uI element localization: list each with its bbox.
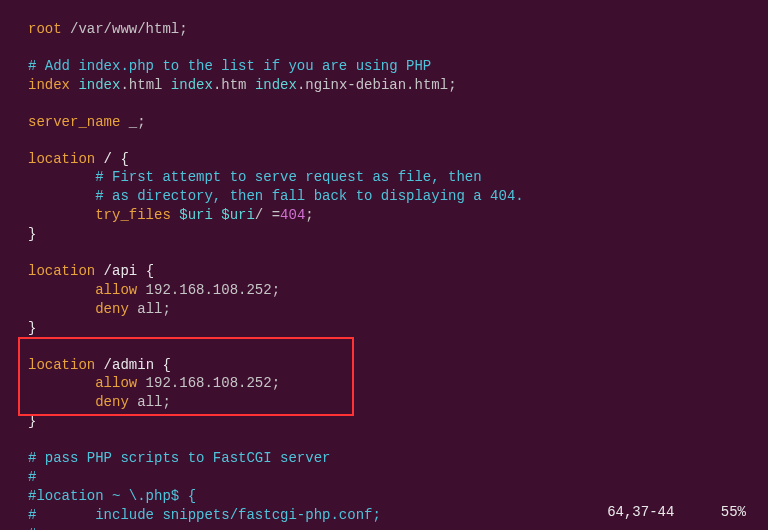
code-line: location /api { [28, 262, 768, 281]
code-line: # [28, 468, 768, 487]
code-line: allow 192.168.108.252; [28, 374, 768, 393]
code-line [28, 95, 768, 113]
vim-status-bar: 64,37-44 55% [569, 503, 746, 522]
code-line: # [28, 525, 768, 530]
code-line: } [28, 319, 768, 338]
code-line: } [28, 225, 768, 244]
code-line: deny all; [28, 300, 768, 319]
code-line: # Add index.php to the list if you are u… [28, 57, 768, 76]
scroll-percent: 55% [721, 504, 746, 520]
code-line: try_files $uri $uri/ =404; [28, 206, 768, 225]
code-editor-viewport[interactable]: root /var/www/html; # Add index.php to t… [0, 0, 768, 530]
code-line: deny all; [28, 393, 768, 412]
code-line: allow 192.168.108.252; [28, 281, 768, 300]
code-line [28, 132, 768, 150]
code-line: server_name _; [28, 113, 768, 132]
code-line: # First attempt to serve request as file… [28, 168, 768, 187]
code-line [28, 431, 768, 449]
code-line: root /var/www/html; [28, 20, 768, 39]
code-line: # pass PHP scripts to FastCGI server [28, 449, 768, 468]
code-line [28, 39, 768, 57]
code-line: location / { [28, 150, 768, 169]
code-line [28, 244, 768, 262]
code-line: # as directory, then fall back to displa… [28, 187, 768, 206]
code-line [28, 338, 768, 356]
code-line: location /admin { [28, 356, 768, 375]
code-line: index index.html index.htm index.nginx-d… [28, 76, 768, 95]
code-line: } [28, 412, 768, 431]
cursor-position: 64,37-44 [607, 504, 674, 520]
